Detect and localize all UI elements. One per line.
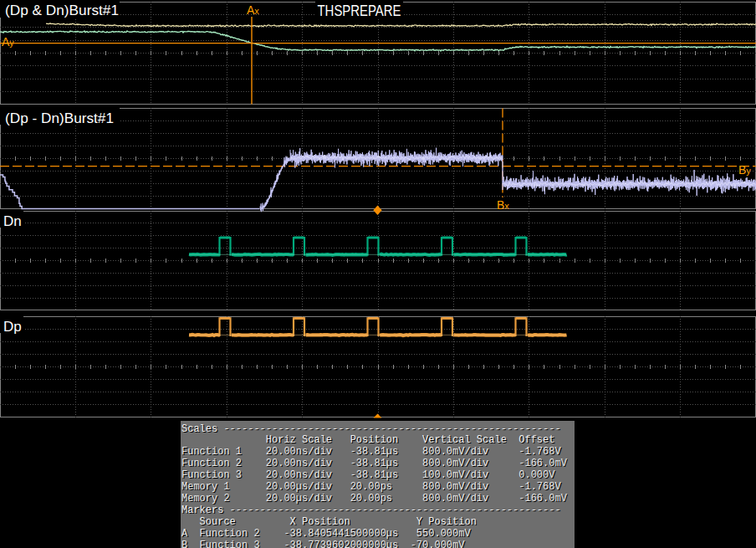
svg-text:Ax: Ax (247, 3, 259, 17)
svg-text:(Dp & Dn)Burst#1: (Dp & Dn)Burst#1 (5, 3, 119, 18)
svg-text:Bx: Bx (497, 198, 509, 212)
svg-text:By: By (738, 163, 751, 177)
svg-text:Ay: Ay (2, 35, 14, 49)
svg-text:(Dp - Dn)Burst#1: (Dp - Dn)Burst#1 (5, 110, 114, 126)
svg-text:Dn: Dn (3, 213, 22, 229)
svg-text:THSPREPARE: THSPREPARE (318, 3, 401, 19)
svg-text:Dp: Dp (3, 319, 22, 335)
